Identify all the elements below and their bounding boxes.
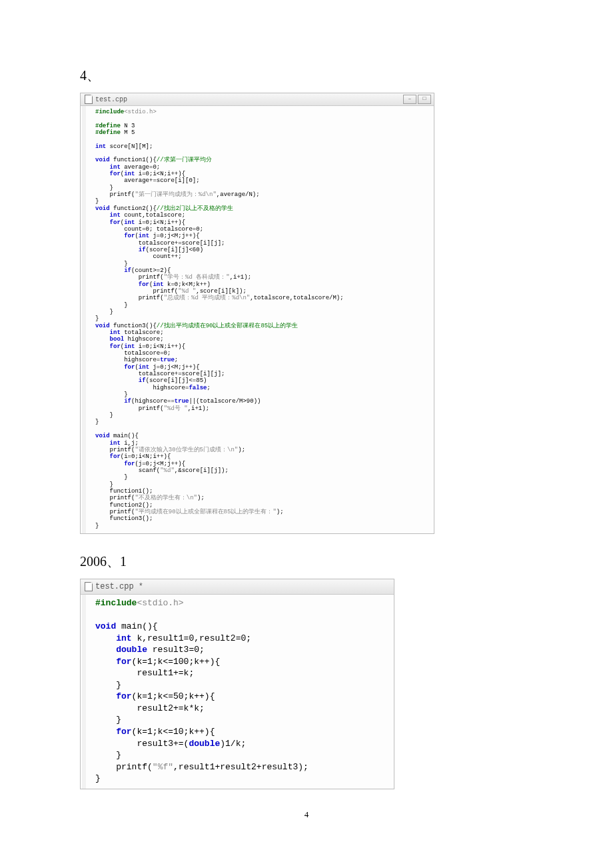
document-page: 4、 test.cpp – □ #include<stdio.h> #defin… <box>0 0 613 847</box>
code-content-2: #include<stdio.h> void main(){ int k,res… <box>95 597 391 785</box>
code-body-2: #include<stdio.h> void main(){ int k,res… <box>82 595 394 789</box>
titlebar-1: test.cpp – □ <box>81 93 434 106</box>
titlebar-2: test.cpp * <box>81 579 394 595</box>
page-number: 4 <box>80 809 533 820</box>
tab-1: test.cpp <box>85 95 127 104</box>
heading-4: 4、 <box>80 67 533 85</box>
window-buttons: – □ <box>403 95 431 104</box>
tab-title-1: test.cpp <box>95 96 127 103</box>
minimize-button[interactable]: – <box>403 95 416 104</box>
code-body-1: #include<stdio.h> #define N 3 #define M … <box>82 106 434 533</box>
code-content-1: #include<stdio.h> #define N 3 #define M … <box>95 109 431 529</box>
tab-2: test.cpp * <box>85 582 143 591</box>
tab-title-2: test.cpp * <box>95 582 143 591</box>
maximize-button[interactable]: □ <box>418 95 431 104</box>
code-window-2: test.cpp * #include<stdio.h> void main()… <box>80 579 394 789</box>
heading-2006-1: 2006、1 <box>80 553 533 571</box>
file-icon <box>85 582 93 591</box>
file-icon <box>85 95 93 104</box>
code-window-1: test.cpp – □ #include<stdio.h> #define N… <box>80 93 434 534</box>
